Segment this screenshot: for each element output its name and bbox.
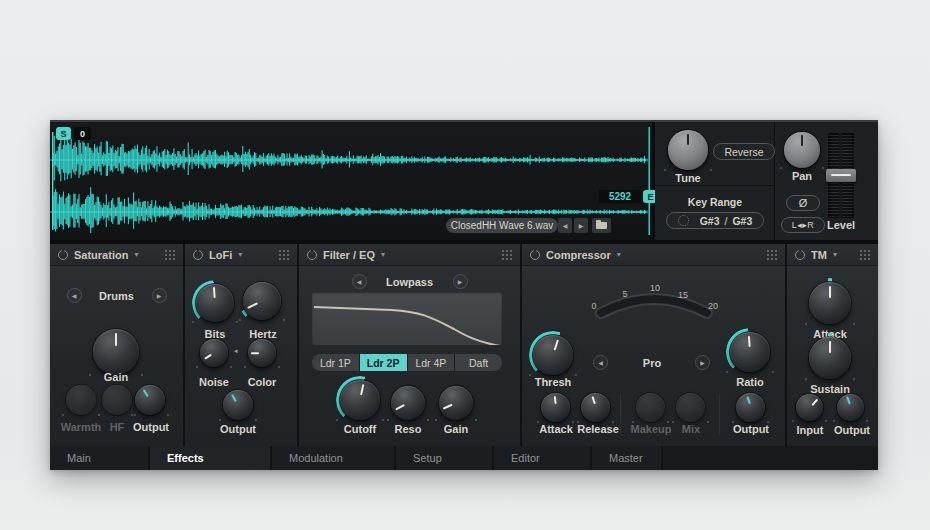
comp-attack-knob[interactable]: [541, 393, 570, 422]
stereo-swap-button[interactable]: L◂▸R: [781, 217, 825, 233]
warmth-knob[interactable]: [66, 385, 96, 415]
prev-mode-button[interactable]: ◀: [67, 288, 82, 303]
filter-mode-tab[interactable]: Ldr 2P: [360, 354, 407, 371]
panel-title[interactable]: TM: [811, 249, 827, 261]
chevron-down-icon[interactable]: ▾: [134, 251, 138, 259]
drag-handle-icon[interactable]: [164, 249, 175, 260]
tab-effects[interactable]: Effects: [150, 446, 270, 470]
drag-handle-icon[interactable]: [766, 249, 777, 260]
chevron-down-icon[interactable]: ▾: [381, 251, 385, 259]
output-label: Output: [220, 423, 256, 435]
saturation-mode-selector: ◀ Drums ▶: [50, 288, 183, 303]
power-icon[interactable]: [307, 250, 317, 260]
next-sample-button[interactable]: ▶: [574, 218, 588, 233]
page-tab-bar: Main Effects Modulation Setup Editor Mas…: [50, 446, 878, 470]
prev-comp-mode-button[interactable]: ◀: [593, 355, 608, 370]
tab-master[interactable]: Master: [592, 446, 661, 470]
filter-type-value[interactable]: Lowpass: [375, 276, 445, 288]
input-label: Input: [797, 424, 824, 436]
tm-sustain-knob[interactable]: [809, 337, 851, 379]
panel-title[interactable]: LoFi: [209, 249, 232, 261]
filter-mode-tab[interactable]: Ldr 1P: [312, 354, 359, 371]
power-icon[interactable]: [58, 250, 68, 260]
drag-handle-icon[interactable]: [501, 249, 512, 260]
tm-attack-knob[interactable]: [809, 282, 851, 324]
ratio-knob[interactable]: [730, 332, 770, 372]
phase-invert-button[interactable]: Ø: [786, 195, 820, 211]
next-mode-button[interactable]: ▶: [152, 288, 167, 303]
power-icon[interactable]: [530, 250, 540, 260]
drag-handle-icon[interactable]: [859, 249, 870, 260]
tm-input-knob[interactable]: [796, 394, 823, 421]
reso-knob[interactable]: [391, 386, 425, 420]
sample-start-value-badge[interactable]: 0: [74, 127, 91, 140]
sample-end-value-badge[interactable]: 5292: [599, 190, 641, 203]
tab-modulation[interactable]: Modulation: [272, 446, 394, 470]
panel-title[interactable]: Saturation: [74, 249, 128, 261]
level-fader[interactable]: [828, 133, 854, 218]
tune-knob[interactable]: [668, 130, 708, 170]
thresh-knob[interactable]: [533, 335, 573, 375]
saturation-gain-knob[interactable]: [93, 329, 139, 375]
color-knob[interactable]: [248, 339, 276, 367]
color-label: Color: [248, 376, 277, 388]
lofi-header: LoFi ▾: [185, 244, 297, 266]
power-icon[interactable]: [193, 250, 203, 260]
gain-label: Gain: [104, 371, 128, 383]
saturation-mode-value[interactable]: Drums: [96, 290, 138, 302]
hf-label: HF: [110, 421, 125, 433]
cutoff-knob[interactable]: [340, 380, 380, 420]
sample-name-selector[interactable]: ClosedHH Wave 6.wav: [446, 218, 558, 233]
keyboard-icon: [678, 215, 689, 226]
comp-output-knob[interactable]: [736, 393, 765, 422]
tm-output-knob[interactable]: [837, 394, 864, 421]
chevron-down-icon[interactable]: ▾: [833, 251, 837, 259]
next-comp-mode-button[interactable]: ▶: [695, 355, 710, 370]
tune-cell: Tune Reverse: [655, 122, 775, 186]
browse-sample-button[interactable]: [592, 218, 611, 233]
filter-mode-tab[interactable]: Ldr 4P: [408, 354, 455, 371]
next-filter-button[interactable]: ▶: [453, 274, 468, 289]
panel-saturation: Saturation ▾ ◀ Drums ▶ Gain Warmth HF Ou…: [50, 244, 183, 446]
tab-editor[interactable]: Editor: [494, 446, 590, 470]
meter-tick: 10: [650, 283, 660, 293]
prev-filter-button[interactable]: ◀: [352, 274, 367, 289]
output-label: Output: [133, 421, 169, 433]
hf-knob[interactable]: [102, 385, 132, 415]
chevron-down-icon[interactable]: ▾: [617, 251, 621, 259]
prev-sample-button[interactable]: ◀: [558, 218, 572, 233]
tab-main[interactable]: Main: [50, 446, 148, 470]
lofi-output-knob[interactable]: [223, 390, 253, 420]
panel-title[interactable]: Compressor: [546, 249, 611, 261]
filter-gain-knob[interactable]: [439, 386, 473, 420]
filter-mode-tab[interactable]: Daft: [455, 354, 502, 371]
gain-label: Gain: [444, 423, 468, 435]
reverse-button[interactable]: Reverse: [713, 143, 775, 160]
hertz-knob[interactable]: [243, 282, 281, 320]
tune-label: Tune: [675, 172, 700, 184]
noise-knob[interactable]: [200, 339, 228, 367]
compressor-mode-value[interactable]: Pro: [622, 357, 682, 369]
comp-release-knob[interactable]: [581, 393, 610, 422]
power-icon[interactable]: [795, 250, 805, 260]
makeup-knob[interactable]: [636, 393, 665, 422]
compressor-header: Compressor ▾: [522, 244, 785, 266]
pan-knob[interactable]: [784, 132, 820, 168]
bits-knob[interactable]: [196, 284, 234, 322]
panel-tm: TM ▾ Attack Sustain Input Output: [787, 244, 878, 446]
panel-title[interactable]: Filter / EQ: [323, 249, 375, 261]
key-range-selector[interactable]: G#3 / G#3: [666, 212, 764, 229]
sample-start-marker-badge[interactable]: S: [56, 127, 71, 140]
next-arrow-icon: ▶: [579, 222, 584, 229]
drag-handle-icon[interactable]: [278, 249, 289, 260]
tab-setup[interactable]: Setup: [396, 446, 492, 470]
saturation-output-knob[interactable]: [135, 385, 165, 415]
folder-icon: [596, 222, 607, 229]
sample-controls: Tune Reverse Key Range G#3 / G#3 Pan Ø L…: [655, 122, 878, 240]
prev-arrow-icon: ◀: [563, 222, 568, 229]
link-arrow-icon: ◂: [234, 347, 238, 355]
chevron-down-icon[interactable]: ▾: [238, 251, 242, 259]
mix-knob[interactable]: [676, 393, 705, 422]
waveform-display[interactable]: S 0 5292 E ClosedHH Wave 6.wav ◀ ▶: [50, 122, 652, 240]
level-fader-handle[interactable]: [826, 169, 856, 182]
